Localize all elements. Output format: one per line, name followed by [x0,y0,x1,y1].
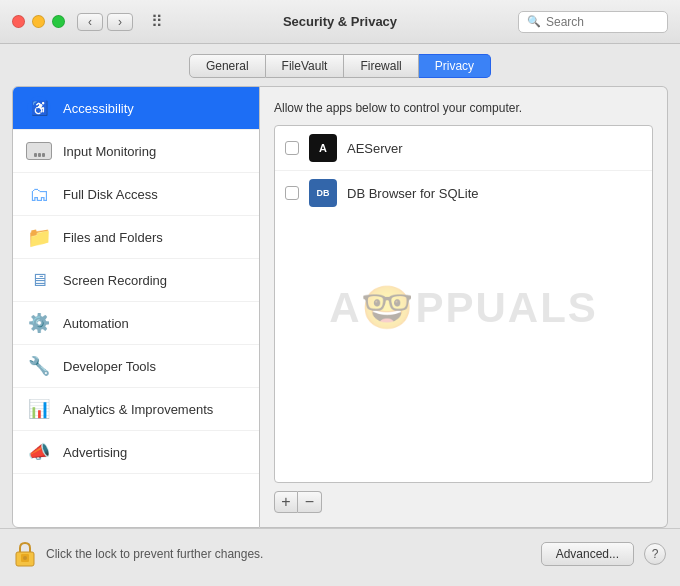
apps-list: A AEServer DB DB Browser for SQLite [274,125,653,483]
accessibility-icon: ♿ [25,94,53,122]
advanced-button[interactable]: Advanced... [541,542,634,566]
sidebar-label-files-and-folders: Files and Folders [63,230,163,245]
dev-tools-icon: 🔧 [25,352,53,380]
tab-filevault[interactable]: FileVault [266,54,345,78]
sidebar-item-analytics[interactable]: 📊 Analytics & Improvements [13,388,259,431]
tabs-bar: General FileVault Firewall Privacy [0,44,680,86]
sidebar-item-files-and-folders[interactable]: 📁 Files and Folders [13,216,259,259]
back-button[interactable]: ‹ [77,13,103,31]
sidebar-label-screen-recording: Screen Recording [63,273,167,288]
panel-description: Allow the apps below to control your com… [274,101,653,115]
nav-buttons: ‹ › [77,13,133,31]
window-title: Security & Privacy [283,14,397,29]
screen-icon: 🖥 [25,266,53,294]
app-item-db-browser: DB DB Browser for SQLite [275,171,652,215]
sidebar-item-accessibility[interactable]: ♿ Accessibility [13,87,259,130]
close-button[interactable] [12,15,25,28]
sidebar-item-input-monitoring[interactable]: Input Monitoring [13,130,259,173]
sidebar-item-developer-tools[interactable]: 🔧 Developer Tools [13,345,259,388]
db-browser-checkbox[interactable] [285,186,299,200]
right-panel: A🤓PPUALS Allow the apps below to control… [260,86,668,528]
maximize-button[interactable] [52,15,65,28]
footer: Click the lock to prevent further change… [0,528,680,578]
grid-button[interactable]: ⠿ [145,13,169,31]
sidebar-item-advertising[interactable]: 📣 Advertising [13,431,259,474]
svg-point-2 [23,556,27,560]
db-browser-name: DB Browser for SQLite [347,186,479,201]
lock-description: Click the lock to prevent further change… [46,547,531,561]
tab-privacy[interactable]: Privacy [419,54,491,78]
sidebar: ♿ Accessibility Input Monitoring 🗂 Full … [12,86,260,528]
search-box[interactable]: 🔍 [518,11,668,33]
sidebar-item-screen-recording[interactable]: 🖥 Screen Recording [13,259,259,302]
forward-button[interactable]: › [107,13,133,31]
traffic-lights [12,15,65,28]
lock-icon[interactable] [14,540,36,568]
tab-general[interactable]: General [189,54,266,78]
main-content: ♿ Accessibility Input Monitoring 🗂 Full … [12,86,668,528]
folder-icon-full-disk: 🗂 [25,180,53,208]
sidebar-item-automation[interactable]: ⚙️ Automation [13,302,259,345]
aeserver-name: AEServer [347,141,403,156]
sidebar-label-developer-tools: Developer Tools [63,359,156,374]
sidebar-item-full-disk-access[interactable]: 🗂 Full Disk Access [13,173,259,216]
titlebar: ‹ › ⠿ Security & Privacy 🔍 [0,0,680,44]
advertising-icon: 📣 [25,438,53,466]
help-button[interactable]: ? [644,543,666,565]
sidebar-label-automation: Automation [63,316,129,331]
tab-firewall[interactable]: Firewall [344,54,418,78]
aeserver-checkbox[interactable] [285,141,299,155]
sidebar-label-input-monitoring: Input Monitoring [63,144,156,159]
aeserver-icon: A [309,134,337,162]
sidebar-label-analytics: Analytics & Improvements [63,402,213,417]
folder-icon-files: 📁 [25,223,53,251]
app-item-aeserver: A AEServer [275,126,652,171]
analytics-icon: 📊 [25,395,53,423]
minimize-button[interactable] [32,15,45,28]
sidebar-label-advertising: Advertising [63,445,127,460]
remove-app-button[interactable]: − [298,491,322,513]
add-app-button[interactable]: + [274,491,298,513]
sidebar-label-full-disk-access: Full Disk Access [63,187,158,202]
keyboard-icon [25,137,53,165]
sidebar-label-accessibility: Accessibility [63,101,134,116]
search-input[interactable] [546,15,659,29]
lock-svg [15,541,35,567]
db-browser-icon: DB [309,179,337,207]
search-icon: 🔍 [527,15,541,28]
panel-controls: + − [274,491,653,513]
gear-icon: ⚙️ [25,309,53,337]
